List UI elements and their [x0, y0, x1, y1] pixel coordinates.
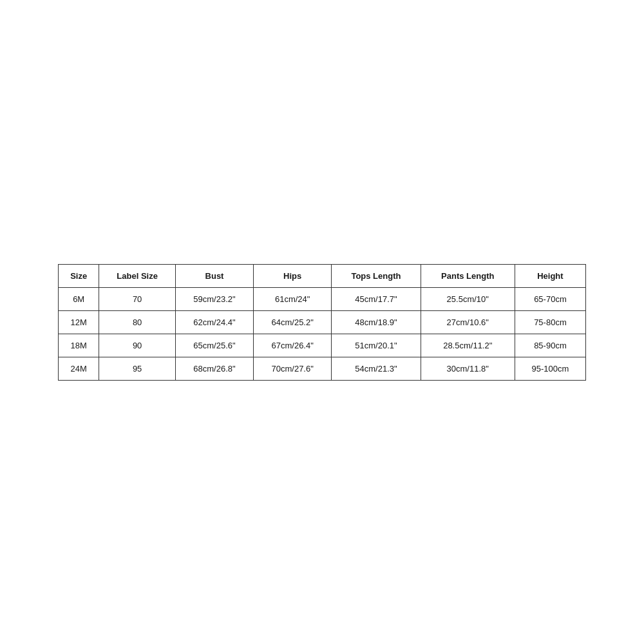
cell-bust: 68cm/26.8": [175, 357, 253, 380]
cell-label-size: 95: [99, 357, 176, 380]
cell-height: 65-70cm: [515, 287, 585, 310]
cell-bust: 59cm/23.2": [175, 287, 253, 310]
header-hips: Hips: [254, 264, 332, 287]
cell-hips: 67cm/26.4": [254, 334, 332, 357]
cell-label-size: 70: [99, 287, 176, 310]
cell-tops-length: 48cm/18.9": [332, 310, 421, 334]
cell-hips: 61cm/24": [254, 287, 332, 310]
table-row: 24M9568cm/26.8"70cm/27.6"54cm/21.3"30cm/…: [59, 357, 586, 380]
header-size: Size: [59, 264, 99, 287]
cell-tops-length: 51cm/20.1": [332, 334, 421, 357]
cell-pants-length: 25.5cm/10": [421, 287, 515, 310]
header-bust: Bust: [175, 264, 253, 287]
cell-size: 24M: [59, 357, 99, 380]
cell-pants-length: 30cm/11.8": [421, 357, 515, 380]
cell-pants-length: 28.5cm/11.2": [421, 334, 515, 357]
table-header-row: Size Label Size Bust Hips Tops Length Pa…: [59, 264, 586, 287]
table-row: 12M8062cm/24.4"64cm/25.2"48cm/18.9"27cm/…: [59, 310, 586, 334]
size-chart-container: Size Label Size Bust Hips Tops Length Pa…: [58, 264, 586, 381]
cell-tops-length: 54cm/21.3": [332, 357, 421, 380]
header-tops-length: Tops Length: [332, 264, 421, 287]
table-row: 18M9065cm/25.6"67cm/26.4"51cm/20.1"28.5c…: [59, 334, 586, 357]
size-chart-table: Size Label Size Bust Hips Tops Length Pa…: [58, 264, 586, 381]
cell-size: 6M: [59, 287, 99, 310]
cell-height: 85-90cm: [515, 334, 585, 357]
cell-height: 75-80cm: [515, 310, 585, 334]
table-row: 6M7059cm/23.2"61cm/24"45cm/17.7"25.5cm/1…: [59, 287, 586, 310]
cell-label-size: 80: [99, 310, 176, 334]
cell-hips: 64cm/25.2": [254, 310, 332, 334]
cell-hips: 70cm/27.6": [254, 357, 332, 380]
header-label-size: Label Size: [99, 264, 176, 287]
cell-height: 95-100cm: [515, 357, 585, 380]
cell-bust: 65cm/25.6": [175, 334, 253, 357]
cell-label-size: 90: [99, 334, 176, 357]
header-height: Height: [515, 264, 585, 287]
cell-size: 12M: [59, 310, 99, 334]
cell-pants-length: 27cm/10.6": [421, 310, 515, 334]
cell-tops-length: 45cm/17.7": [332, 287, 421, 310]
header-pants-length: Pants Length: [421, 264, 515, 287]
cell-size: 18M: [59, 334, 99, 357]
cell-bust: 62cm/24.4": [175, 310, 253, 334]
